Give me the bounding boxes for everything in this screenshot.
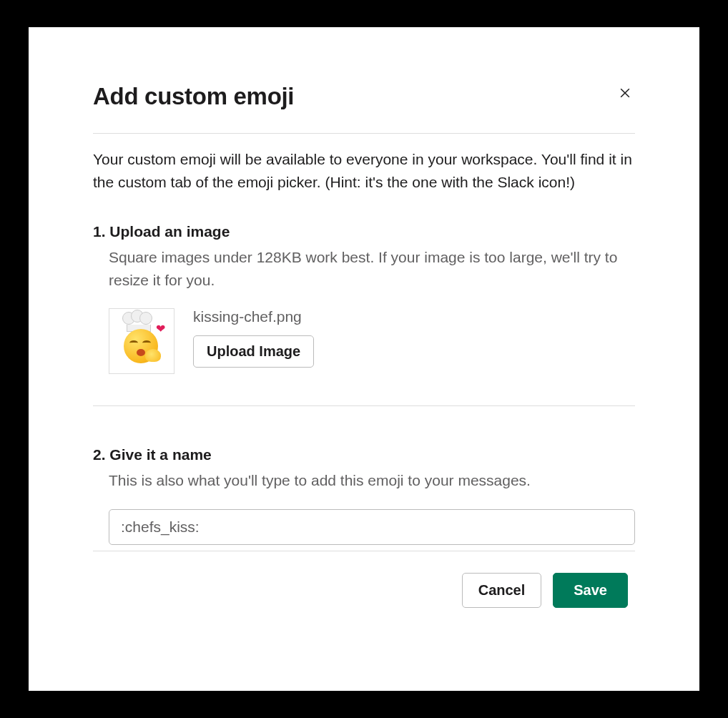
upload-image-button[interactable]: Upload Image (193, 335, 314, 368)
step-upload: 1. Upload an image Square images under 1… (93, 223, 635, 406)
modal-footer: Cancel Save (93, 573, 635, 608)
chefs-kiss-icon: ❤ (119, 319, 164, 363)
uploaded-filename: kissing-chef.png (193, 308, 314, 325)
upload-column: kissing-chef.png Upload Image (193, 308, 314, 368)
emoji-preview: ❤ (109, 308, 174, 374)
emoji-name-input[interactable] (109, 509, 635, 545)
modal-header: Add custom emoji (93, 83, 635, 134)
section-divider (93, 405, 635, 406)
cancel-button[interactable]: Cancel (462, 573, 542, 608)
modal-description: Your custom emoji will be available to e… (93, 148, 635, 193)
step2-heading: 2. Give it a name (93, 446, 635, 463)
close-button[interactable] (615, 83, 635, 103)
upload-row: ❤ kissing-chef.png Upload Image (109, 308, 635, 374)
step-name: 2. Give it a name This is also what you'… (93, 446, 635, 551)
save-button[interactable]: Save (553, 573, 628, 608)
modal-title: Add custom emoji (93, 83, 294, 110)
add-emoji-modal: Add custom emoji Your custom emoji will … (29, 27, 699, 691)
step2-subtext: This is also what you'll type to add thi… (109, 469, 635, 492)
close-icon (618, 86, 632, 100)
step1-heading: 1. Upload an image (93, 223, 635, 240)
step1-subtext: Square images under 128KB work best. If … (109, 246, 635, 291)
